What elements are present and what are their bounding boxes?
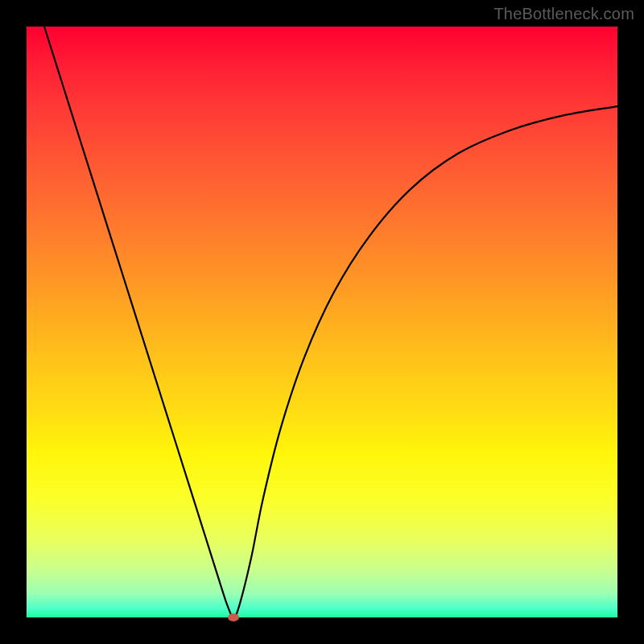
watermark-text: TheBottleneck.com <box>493 5 634 23</box>
chart-frame: TheBottleneck.com <box>0 0 644 644</box>
plot-area <box>27 27 617 617</box>
curve-path <box>44 27 617 617</box>
optimal-point-marker <box>228 613 239 621</box>
bottleneck-curve <box>27 27 617 617</box>
